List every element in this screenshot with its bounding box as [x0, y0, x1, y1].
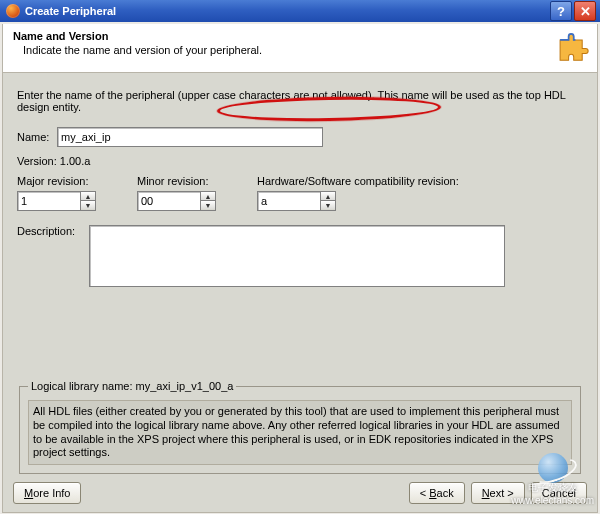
- next-button[interactable]: Next >: [471, 482, 525, 504]
- close-button[interactable]: ✕: [574, 1, 596, 21]
- compat-rev-input[interactable]: [257, 191, 321, 211]
- app-icon: [6, 4, 20, 18]
- name-input[interactable]: [57, 127, 323, 147]
- library-text: All HDL files (either created by you or …: [28, 400, 572, 465]
- description-label: Description:: [17, 225, 83, 237]
- minor-rev-input[interactable]: [137, 191, 201, 211]
- library-legend: Logical library name: my_axi_ip_v1_00_a: [28, 380, 236, 392]
- back-button[interactable]: < Back: [409, 482, 465, 504]
- compat-rev-spinner[interactable]: ▲▼: [321, 191, 336, 211]
- library-groupbox: Logical library name: my_axi_ip_v1_00_a …: [19, 380, 581, 474]
- minor-rev-spinner[interactable]: ▲▼: [201, 191, 216, 211]
- major-rev-spinner[interactable]: ▲▼: [81, 191, 96, 211]
- major-rev-label: Major revision:: [17, 175, 117, 187]
- version-label: Version: 1.00.a: [17, 155, 90, 167]
- title-bar: Create Peripheral ? ✕: [0, 0, 600, 22]
- compat-rev-label: Hardware/Software compatibility revision…: [257, 175, 459, 187]
- minor-rev-label: Minor revision:: [137, 175, 237, 187]
- more-info-btn-rest: ore Info: [33, 487, 70, 499]
- wizard-header: Name and Version Indicate the name and v…: [3, 24, 597, 73]
- description-textarea[interactable]: [89, 225, 505, 287]
- instruction-text: Enter the name of the peripheral (upper …: [17, 89, 583, 113]
- major-rev-input[interactable]: [17, 191, 81, 211]
- help-button[interactable]: ?: [550, 1, 572, 21]
- more-info-button[interactable]: More Info: [13, 482, 81, 504]
- window-title: Create Peripheral: [25, 5, 116, 17]
- cancel-button[interactable]: Cancel: [531, 482, 587, 504]
- name-label: Name:: [17, 131, 57, 143]
- wizard-icon: [555, 28, 589, 62]
- page-subtitle: Indicate the name and version of your pe…: [23, 44, 587, 56]
- page-title: Name and Version: [13, 30, 587, 42]
